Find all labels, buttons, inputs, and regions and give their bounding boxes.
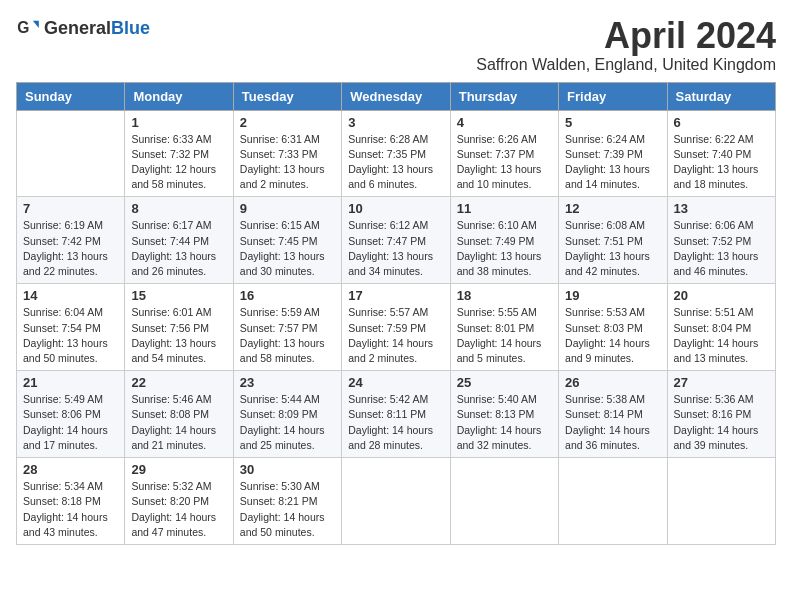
- day-number: 27: [674, 375, 769, 390]
- day-info: Sunrise: 6:04 AM Sunset: 7:54 PM Dayligh…: [23, 305, 118, 366]
- calendar-cell: 23Sunrise: 5:44 AM Sunset: 8:09 PM Dayli…: [233, 371, 341, 458]
- column-header-thursday: Thursday: [450, 82, 558, 110]
- calendar-header-row: SundayMondayTuesdayWednesdayThursdayFrid…: [17, 82, 776, 110]
- calendar-cell: 25Sunrise: 5:40 AM Sunset: 8:13 PM Dayli…: [450, 371, 558, 458]
- column-header-saturday: Saturday: [667, 82, 775, 110]
- day-number: 16: [240, 288, 335, 303]
- day-info: Sunrise: 5:55 AM Sunset: 8:01 PM Dayligh…: [457, 305, 552, 366]
- calendar-cell: 29Sunrise: 5:32 AM Sunset: 8:20 PM Dayli…: [125, 458, 233, 545]
- calendar-cell: [342, 458, 450, 545]
- month-title: April 2024: [476, 16, 776, 56]
- day-info: Sunrise: 5:30 AM Sunset: 8:21 PM Dayligh…: [240, 479, 335, 540]
- day-info: Sunrise: 5:53 AM Sunset: 8:03 PM Dayligh…: [565, 305, 660, 366]
- calendar-cell: 7Sunrise: 6:19 AM Sunset: 7:42 PM Daylig…: [17, 197, 125, 284]
- calendar-cell: 9Sunrise: 6:15 AM Sunset: 7:45 PM Daylig…: [233, 197, 341, 284]
- day-info: Sunrise: 6:10 AM Sunset: 7:49 PM Dayligh…: [457, 218, 552, 279]
- day-number: 6: [674, 115, 769, 130]
- day-info: Sunrise: 5:34 AM Sunset: 8:18 PM Dayligh…: [23, 479, 118, 540]
- calendar-cell: [559, 458, 667, 545]
- week-row-4: 21Sunrise: 5:49 AM Sunset: 8:06 PM Dayli…: [17, 371, 776, 458]
- day-number: 9: [240, 201, 335, 216]
- calendar-cell: 2Sunrise: 6:31 AM Sunset: 7:33 PM Daylig…: [233, 110, 341, 197]
- day-number: 24: [348, 375, 443, 390]
- calendar-cell: [450, 458, 558, 545]
- day-number: 12: [565, 201, 660, 216]
- day-number: 22: [131, 375, 226, 390]
- week-row-2: 7Sunrise: 6:19 AM Sunset: 7:42 PM Daylig…: [17, 197, 776, 284]
- day-number: 2: [240, 115, 335, 130]
- day-number: 8: [131, 201, 226, 216]
- calendar-cell: 21Sunrise: 5:49 AM Sunset: 8:06 PM Dayli…: [17, 371, 125, 458]
- day-number: 17: [348, 288, 443, 303]
- calendar-cell: [17, 110, 125, 197]
- calendar-cell: 8Sunrise: 6:17 AM Sunset: 7:44 PM Daylig…: [125, 197, 233, 284]
- calendar-cell: 26Sunrise: 5:38 AM Sunset: 8:14 PM Dayli…: [559, 371, 667, 458]
- day-info: Sunrise: 6:26 AM Sunset: 7:37 PM Dayligh…: [457, 132, 552, 193]
- day-number: 18: [457, 288, 552, 303]
- day-info: Sunrise: 5:57 AM Sunset: 7:59 PM Dayligh…: [348, 305, 443, 366]
- day-number: 28: [23, 462, 118, 477]
- week-row-5: 28Sunrise: 5:34 AM Sunset: 8:18 PM Dayli…: [17, 458, 776, 545]
- day-number: 4: [457, 115, 552, 130]
- day-info: Sunrise: 6:33 AM Sunset: 7:32 PM Dayligh…: [131, 132, 226, 193]
- day-number: 15: [131, 288, 226, 303]
- column-header-monday: Monday: [125, 82, 233, 110]
- day-info: Sunrise: 6:19 AM Sunset: 7:42 PM Dayligh…: [23, 218, 118, 279]
- calendar-cell: 11Sunrise: 6:10 AM Sunset: 7:49 PM Dayli…: [450, 197, 558, 284]
- day-number: 21: [23, 375, 118, 390]
- calendar-cell: 13Sunrise: 6:06 AM Sunset: 7:52 PM Dayli…: [667, 197, 775, 284]
- calendar-cell: 18Sunrise: 5:55 AM Sunset: 8:01 PM Dayli…: [450, 284, 558, 371]
- day-number: 19: [565, 288, 660, 303]
- day-number: 11: [457, 201, 552, 216]
- week-row-3: 14Sunrise: 6:04 AM Sunset: 7:54 PM Dayli…: [17, 284, 776, 371]
- column-header-wednesday: Wednesday: [342, 82, 450, 110]
- day-number: 25: [457, 375, 552, 390]
- calendar-cell: 3Sunrise: 6:28 AM Sunset: 7:35 PM Daylig…: [342, 110, 450, 197]
- day-number: 20: [674, 288, 769, 303]
- logo-icon: G: [16, 16, 40, 40]
- logo-text-general: General: [44, 18, 111, 38]
- calendar-cell: 1Sunrise: 6:33 AM Sunset: 7:32 PM Daylig…: [125, 110, 233, 197]
- day-number: 5: [565, 115, 660, 130]
- day-info: Sunrise: 6:01 AM Sunset: 7:56 PM Dayligh…: [131, 305, 226, 366]
- calendar-cell: 30Sunrise: 5:30 AM Sunset: 8:21 PM Dayli…: [233, 458, 341, 545]
- day-number: 26: [565, 375, 660, 390]
- day-number: 7: [23, 201, 118, 216]
- calendar-cell: 15Sunrise: 6:01 AM Sunset: 7:56 PM Dayli…: [125, 284, 233, 371]
- calendar-cell: 24Sunrise: 5:42 AM Sunset: 8:11 PM Dayli…: [342, 371, 450, 458]
- calendar-table: SundayMondayTuesdayWednesdayThursdayFrid…: [16, 82, 776, 545]
- calendar-cell: 4Sunrise: 6:26 AM Sunset: 7:37 PM Daylig…: [450, 110, 558, 197]
- calendar-cell: 14Sunrise: 6:04 AM Sunset: 7:54 PM Dayli…: [17, 284, 125, 371]
- day-info: Sunrise: 5:49 AM Sunset: 8:06 PM Dayligh…: [23, 392, 118, 453]
- day-number: 23: [240, 375, 335, 390]
- calendar-cell: 17Sunrise: 5:57 AM Sunset: 7:59 PM Dayli…: [342, 284, 450, 371]
- day-info: Sunrise: 5:42 AM Sunset: 8:11 PM Dayligh…: [348, 392, 443, 453]
- day-info: Sunrise: 5:40 AM Sunset: 8:13 PM Dayligh…: [457, 392, 552, 453]
- calendar-cell: 22Sunrise: 5:46 AM Sunset: 8:08 PM Dayli…: [125, 371, 233, 458]
- calendar-cell: [667, 458, 775, 545]
- day-info: Sunrise: 5:46 AM Sunset: 8:08 PM Dayligh…: [131, 392, 226, 453]
- day-info: Sunrise: 6:31 AM Sunset: 7:33 PM Dayligh…: [240, 132, 335, 193]
- day-number: 30: [240, 462, 335, 477]
- logo: G GeneralBlue: [16, 16, 150, 40]
- day-info: Sunrise: 6:24 AM Sunset: 7:39 PM Dayligh…: [565, 132, 660, 193]
- week-row-1: 1Sunrise: 6:33 AM Sunset: 7:32 PM Daylig…: [17, 110, 776, 197]
- logo-text-blue: Blue: [111, 18, 150, 38]
- calendar-cell: 28Sunrise: 5:34 AM Sunset: 8:18 PM Dayli…: [17, 458, 125, 545]
- svg-marker-1: [33, 21, 39, 28]
- column-header-friday: Friday: [559, 82, 667, 110]
- calendar-cell: 20Sunrise: 5:51 AM Sunset: 8:04 PM Dayli…: [667, 284, 775, 371]
- day-info: Sunrise: 5:36 AM Sunset: 8:16 PM Dayligh…: [674, 392, 769, 453]
- calendar-cell: 27Sunrise: 5:36 AM Sunset: 8:16 PM Dayli…: [667, 371, 775, 458]
- day-info: Sunrise: 6:22 AM Sunset: 7:40 PM Dayligh…: [674, 132, 769, 193]
- day-number: 10: [348, 201, 443, 216]
- calendar-cell: 12Sunrise: 6:08 AM Sunset: 7:51 PM Dayli…: [559, 197, 667, 284]
- column-header-sunday: Sunday: [17, 82, 125, 110]
- svg-text:G: G: [17, 19, 29, 36]
- page-header: G GeneralBlue April 2024 Saffron Walden,…: [16, 16, 776, 74]
- day-info: Sunrise: 6:28 AM Sunset: 7:35 PM Dayligh…: [348, 132, 443, 193]
- calendar-cell: 5Sunrise: 6:24 AM Sunset: 7:39 PM Daylig…: [559, 110, 667, 197]
- column-header-tuesday: Tuesday: [233, 82, 341, 110]
- day-info: Sunrise: 5:44 AM Sunset: 8:09 PM Dayligh…: [240, 392, 335, 453]
- calendar-cell: 16Sunrise: 5:59 AM Sunset: 7:57 PM Dayli…: [233, 284, 341, 371]
